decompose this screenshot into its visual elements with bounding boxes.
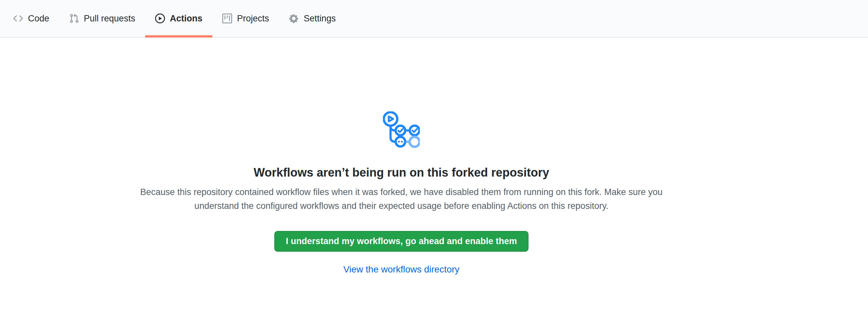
button-row: I understand my workflows, go ahead and …: [0, 213, 803, 252]
description-text: Because this repository contained workfl…: [130, 185, 673, 213]
gear-icon: [289, 13, 299, 23]
page-title: Workflows aren’t being run on this forke…: [0, 165, 803, 181]
tab-code-label: Code: [28, 14, 50, 23]
repo-tab-bar: Code Pull requests Actions Projects Sett: [0, 0, 868, 37]
tab-projects-label: Projects: [237, 14, 269, 23]
tab-actions[interactable]: Actions: [145, 0, 212, 37]
view-workflows-directory-link[interactable]: View the workflows directory: [343, 264, 460, 274]
code-icon: [13, 13, 23, 23]
link-row: View the workflows directory: [0, 264, 803, 275]
workflow-illustration-icon: [383, 111, 420, 148]
repo-tabs: Code Pull requests Actions Projects Sett: [3, 0, 346, 37]
tab-settings-label: Settings: [304, 14, 336, 23]
tab-pull-requests-label: Pull requests: [84, 14, 135, 23]
project-icon: [222, 13, 232, 23]
tab-pull-requests[interactable]: Pull requests: [59, 0, 145, 37]
tab-actions-label: Actions: [170, 14, 203, 23]
tab-projects[interactable]: Projects: [212, 0, 279, 37]
tab-code[interactable]: Code: [3, 0, 59, 37]
actions-disabled-panel: Workflows aren’t being run on this forke…: [0, 111, 803, 275]
play-icon: [155, 13, 165, 23]
tab-settings[interactable]: Settings: [279, 0, 346, 37]
pull-request-icon: [69, 13, 79, 23]
enable-workflows-button[interactable]: I understand my workflows, go ahead and …: [274, 231, 528, 252]
